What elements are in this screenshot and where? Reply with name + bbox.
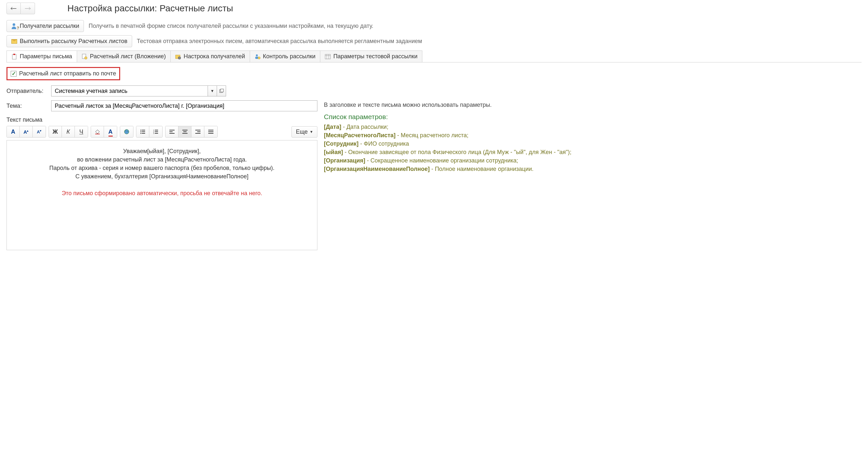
nav-forward-button[interactable]: 🡒 [21,3,35,14]
tab-attachment[interactable]: Расчетный лист (Вложение) [77,51,171,62]
subject-label: Тема: [6,103,48,109]
subject-input[interactable] [52,101,317,111]
more-label: Еще [296,129,308,135]
left-col: Тема: Текст письма А А▴ А▾ Ж К Ч [6,100,317,250]
svg-point-16 [124,129,129,134]
svg-rect-33 [183,131,187,132]
mail-icon [11,39,17,44]
recipients-desc: Получить в печатной форме список получат… [88,22,373,30]
svg-rect-30 [169,131,173,132]
right-col: В заголовке и тексте письма можно исполь… [324,100,862,250]
two-col: Тема: Текст письма А А▴ А▾ Ж К Ч [6,100,862,250]
svg-rect-28 [155,133,158,134]
send-button[interactable]: Выполнить рассылку Расчетных листов [6,35,132,47]
recipients-button[interactable]: ? Получатели рассылки [6,20,84,32]
svg-rect-40 [208,133,213,134]
svg-rect-39 [208,131,213,132]
svg-point-5 [178,57,181,59]
globe-icon [124,129,129,135]
svg-rect-29 [169,130,175,130]
nav-back-button[interactable]: 🡐 [6,3,21,14]
svg-rect-31 [169,133,175,134]
tab-label: Параметры тестовой рассылки [333,53,417,60]
link-button[interactable] [120,126,133,137]
calendar-icon [325,54,331,60]
svg-point-19 [140,131,141,132]
hint-text: В заголовке и тексте письма можно исполь… [324,102,862,108]
highlight-button[interactable] [91,126,104,137]
svg-rect-32 [182,130,188,130]
tab-control[interactable]: Контроль рассылки [250,51,321,62]
number-list-icon: 123 [153,129,158,134]
param-item: [Организация] - Сокращенное наименование… [324,156,862,165]
font-larger-button[interactable]: А▴ [20,126,33,137]
editor-line-warning: Это письмо сформировано автоматически, п… [13,189,311,197]
svg-rect-35 [195,130,200,130]
tab-label: Расчетный лист (Вложение) [90,53,166,60]
font-smaller-button[interactable]: А▾ [33,126,46,137]
nav-buttons: 🡐 🡒 [6,3,35,14]
recipients-button-label: Получатели рассылки [20,23,79,29]
param-item: [Сотрудник] - ФИО сотрудника [324,139,862,148]
sender-select[interactable]: ▼ [51,86,226,96]
open-btn[interactable] [217,86,226,96]
page-title: Настройка рассылки: Расчетные листы [67,3,233,13]
folder-gear-icon [175,54,181,60]
bucket-icon [95,129,100,135]
subject-row: Тема: [6,100,317,111]
tab-test-params[interactable]: Параметры тестовой рассылки [320,51,422,62]
editor-line: С уважением, бухгалтерия [ОрганизацияНаи… [13,172,311,181]
sender-row: Отправитель: ▼ [6,86,862,96]
align-right-button[interactable] [191,126,205,137]
dropdown-btn[interactable]: ▼ [208,86,217,96]
action-row-send: Выполнить рассылку Расчетных листов Тест… [6,35,862,47]
font-color-button[interactable]: А [104,126,117,137]
editor-toolbar: А А▴ А▾ Ж К Ч А 123 [6,126,317,137]
param-item: [Дата] - Дата рассылки; [324,123,862,131]
send-desc: Тестовая отправка электронных писем, авт… [137,37,422,45]
chevron-down-icon: ▼ [310,130,313,134]
tab-label: Настрока получателей [184,53,245,60]
bold-button[interactable]: Ж [49,126,62,137]
svg-point-6 [256,54,258,56]
svg-point-3 [85,57,87,59]
svg-point-8 [258,57,260,59]
svg-rect-26 [155,131,158,132]
svg-rect-36 [197,131,200,132]
send-button-label: Выполнить рассылку Расчетных листов [20,38,127,45]
param-item: [МесяцРасчетногоЛиста] - Месяц расчетног… [324,131,862,139]
svg-rect-37 [195,133,200,134]
font-normal-button[interactable]: А [7,126,20,137]
svg-rect-34 [182,133,188,134]
underline-button[interactable]: Ч [75,126,88,137]
document-gear-icon [82,54,88,60]
editor-line: Уважаем[ыйая], [Сотрудник], [13,147,311,155]
more-button[interactable]: Еще ▼ [291,126,317,137]
tab-recipients-settings[interactable]: Настрока получателей [170,51,250,62]
send-by-mail-checkbox-row[interactable]: ✓ Расчетный лист отправить по почте [6,67,120,80]
align-justify-button[interactable] [205,126,217,137]
params-list: [Дата] - Дата рассылки; [МесяцРасчетного… [324,123,862,173]
editor-area[interactable]: Уважаем[ыйая], [Сотрудник], во вложении … [6,140,317,250]
align-left-icon [169,130,175,134]
open-icon [219,89,224,93]
tab-letter-params[interactable]: Параметры письма [6,51,77,62]
svg-rect-18 [142,130,145,130]
subject-field[interactable] [51,100,317,111]
tab-label: Параметры письма [20,53,72,60]
align-left-button[interactable] [165,126,179,137]
svg-point-21 [140,133,141,134]
svg-rect-24 [155,130,158,130]
svg-rect-22 [142,133,145,134]
number-list-button[interactable]: 123 [149,126,162,137]
italic-button[interactable]: К [62,126,75,137]
sender-input[interactable] [52,86,208,96]
tab-label: Контроль рассылки [263,53,316,60]
sender-label: Отправитель: [6,88,48,95]
svg-rect-38 [208,130,213,130]
action-row-recipients: ? Получатели рассылки Получить в печатно… [6,20,862,32]
align-center-button[interactable] [179,126,191,137]
body-label: Текст письма [6,117,317,123]
bullet-list-button[interactable] [136,126,149,137]
header-row: 🡐 🡒 Настройка рассылки: Расчетные листы [6,3,862,14]
